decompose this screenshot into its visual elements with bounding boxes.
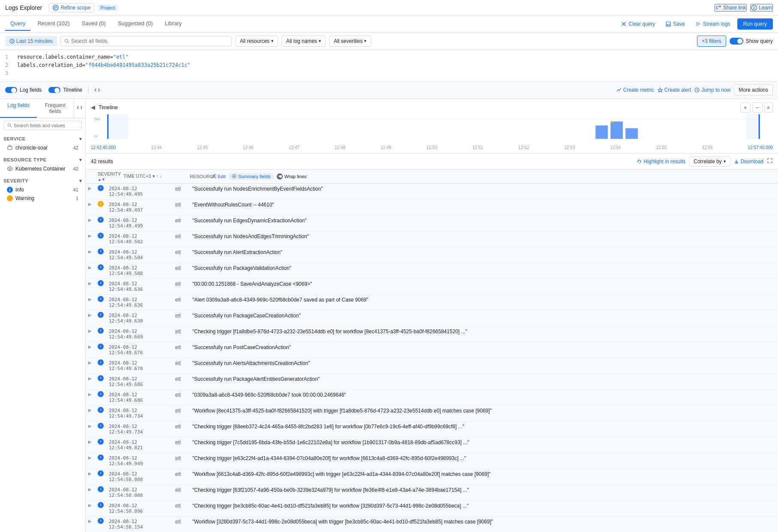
share-link-button[interactable]: Share link [715,4,747,12]
search-bar[interactable] [60,36,232,46]
tab-saved[interactable]: Saved (0) [77,17,111,31]
show-query-toggle[interactable]: Show query [730,38,773,45]
expand-col[interactable]: ▶ [86,439,94,445]
summary-fields-button[interactable]: Summary fields [228,173,274,180]
download-button[interactable]: Download [734,158,763,164]
fullscreen-button[interactable] [767,158,773,165]
more-filters-button[interactable]: +3 filters [697,36,726,47]
zoom-in-button[interactable]: + [740,102,751,113]
expand-arrow-icon[interactable]: ▶ [88,360,92,365]
stream-logs-button[interactable]: Stream logs [692,19,734,29]
expand-col[interactable]: ▶ [86,296,94,302]
create-alert-button[interactable]: Create alert [658,87,691,93]
resources-dropdown[interactable]: All resources ▾ [235,36,278,47]
resource-k8s-item[interactable]: Kubernetes Container 42 [0,164,85,173]
expand-col[interactable]: ▶ [86,233,94,239]
resource-type-section-header[interactable]: RESOURCE TYPE ▾ [0,155,85,164]
log-fields-toggle[interactable]: Log fields [5,87,42,93]
run-query-button[interactable]: Run query [737,18,773,30]
code-view-button[interactable] [94,87,100,93]
expand-arrow-icon[interactable]: ▶ [88,344,92,349]
expand-arrow-icon[interactable]: ▶ [88,408,92,412]
expand-arrow-icon[interactable]: ▶ [88,329,92,333]
expand-arrow-icon[interactable]: ▶ [88,487,92,492]
expand-col[interactable]: ▶ [86,391,94,398]
frequent-fields-tab[interactable]: Frequent fields [37,99,74,118]
expand-col[interactable]: ▶ [86,344,94,350]
fields-search-input[interactable] [14,123,78,128]
tab-library[interactable]: Library [160,17,187,31]
expand-col[interactable]: ▶ [86,470,94,477]
expand-col[interactable]: ▶ [86,486,94,493]
expand-arrow-icon[interactable]: ▶ [88,218,92,222]
panel-code-button[interactable] [74,99,85,118]
expand-col[interactable]: ▶ [86,264,94,271]
th-time[interactable]: TIME UTC+3 ▾ ↑ ↓ [123,173,190,179]
expand-arrow-icon[interactable]: ▶ [88,424,92,428]
expand-arrow-icon[interactable]: ▶ [88,471,92,476]
save-button[interactable]: Save [662,19,688,29]
time-col: 2024-08-12 12:54:49.676 [107,344,174,356]
expand-arrow-icon[interactable]: ▶ [88,376,92,381]
expand-col[interactable]: ▶ [86,359,94,366]
severity-col: i [94,502,107,508]
expand-arrow-icon[interactable]: ▶ [88,519,92,523]
expand-arrow-icon[interactable]: ▶ [88,455,92,460]
severities-dropdown[interactable]: All severities ▾ [329,36,371,47]
more-actions-button[interactable]: More actions [734,84,773,96]
expand-arrow-icon[interactable]: ▶ [88,439,92,444]
expand-col[interactable]: ▶ [86,454,94,461]
wrap-lines-button[interactable]: ≡ Wrap lines [277,173,307,179]
expand-arrow-icon[interactable]: ▶ [88,503,92,508]
expand-arrow-icon[interactable]: ▶ [88,249,92,254]
expand-col[interactable]: ▶ [86,217,94,223]
service-item-chronicle-soar[interactable]: chronicle-soar 42 [0,143,85,152]
log-names-dropdown[interactable]: All log names ▾ [281,36,326,47]
expand-col[interactable]: ▶ [86,502,94,508]
expand-col[interactable]: ▶ [86,423,94,429]
service-section-header[interactable]: SERVICE ▾ [0,134,85,143]
expand-col[interactable]: ▶ [86,518,94,524]
expand-col[interactable]: ▶ [86,201,94,207]
time-label-4: 12:47 [289,145,299,150]
tab-recent[interactable]: Recent (102) [32,17,75,31]
log-fields-tab[interactable]: Log fields [0,99,37,118]
timeline-prev-button[interactable]: ◀ [91,104,95,111]
zoom-reset-button[interactable]: ≡ [764,102,773,113]
correlate-by-button[interactable]: Correlate by ▾ [689,156,730,167]
expand-arrow-icon[interactable]: ▶ [88,297,92,302]
expand-col[interactable]: ▶ [86,312,94,318]
expand-arrow-icon[interactable]: ▶ [88,233,92,238]
create-metric-button[interactable]: Create metric [616,87,654,93]
th-severity[interactable]: SEVERITY ▲▼ [98,171,123,182]
expand-arrow-icon[interactable]: ▶ [88,313,92,317]
expand-arrow-icon[interactable]: ▶ [88,392,92,397]
severity-info-item[interactable]: i Info 41 [0,185,85,194]
expand-col[interactable]: ▶ [86,248,94,255]
tab-suggested[interactable]: Suggested (0) [113,17,158,31]
timeline-toggle[interactable]: Timeline [48,87,82,93]
expand-col[interactable]: ▶ [86,280,94,287]
expand-col[interactable]: ▶ [86,375,94,382]
summary-col: "0309a3a8-a6c8-4349-969c-520f68cb0de7 to… [191,391,778,399]
tab-query[interactable]: Query [5,17,30,31]
edit-button[interactable]: Edit [211,174,226,179]
search-input[interactable] [71,38,228,44]
highlight-in-results-button[interactable]: Highlight in results [637,158,685,164]
learn-button[interactable]: Learn [750,4,773,12]
expand-arrow-icon[interactable]: ▶ [88,265,92,270]
zoom-out-button[interactable]: − [752,102,763,113]
expand-col[interactable]: ▶ [86,407,94,413]
search-fields-box[interactable] [3,121,82,130]
refine-scope-button[interactable]: Refine scope [49,3,94,12]
jump-to-now-button[interactable]: Jump to now [694,87,730,93]
time-range-button[interactable]: Last 15 minutes [5,36,57,46]
expand-arrow-icon[interactable]: ▶ [88,202,92,206]
expand-arrow-icon[interactable]: ▶ [88,281,92,286]
severity-section-header[interactable]: SEVERITY ▾ [0,176,85,185]
clear-query-button[interactable]: Clear query [617,19,658,29]
expand-col[interactable]: ▶ [86,185,94,191]
expand-col[interactable]: ▶ [86,328,94,334]
severity-warning-item[interactable]: Warning 1 [0,194,85,203]
expand-arrow-icon[interactable]: ▶ [88,186,92,191]
